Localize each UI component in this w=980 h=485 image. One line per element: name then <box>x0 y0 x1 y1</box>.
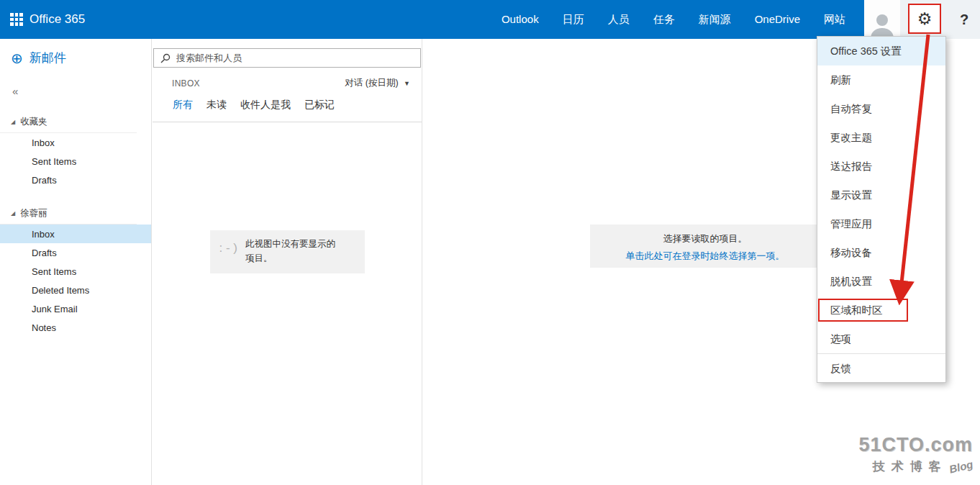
menu-item-automatic-replies[interactable]: 自动答复 <box>817 94 945 123</box>
mailbox-section-header[interactable]: ◢ 徐蓉丽 <box>0 204 137 225</box>
menu-item-offline-settings[interactable]: 脱机设置 <box>817 267 945 296</box>
menu-item-manage-apps[interactable]: 管理应用 <box>817 209 945 238</box>
search-box <box>153 48 421 68</box>
empty-list-text: 此视图中没有要显示的项目。 <box>245 237 342 266</box>
sort-label: 对话 (按日期) <box>345 78 398 88</box>
new-mail-button[interactable]: ⊕ 新邮件 <box>0 39 151 66</box>
message-list-pane: INBOX 对话 (按日期) ▼ 所有 未读 收件人是我 已标记 : - ) 此… <box>153 39 422 485</box>
app-launcher-button[interactable]: Office 365 <box>0 12 85 27</box>
folder-favorites-drafts[interactable]: Drafts <box>0 171 151 189</box>
folder-tree: ◢ 收藏夹 Inbox Sent Items Drafts ◢ 徐蓉丽 Inbo… <box>0 113 151 337</box>
brand-title: Office 365 <box>30 12 85 27</box>
watermark-blog-label: Blog <box>948 458 974 476</box>
folder-sent-items[interactable]: Sent Items <box>0 262 151 281</box>
folder-deleted-items[interactable]: Deleted Items <box>0 281 151 299</box>
tree-expand-icon: ◢ <box>11 210 15 217</box>
settings-gear-button[interactable]: ⚙ <box>908 4 941 34</box>
filter-to-me[interactable]: 收件人是我 <box>240 99 291 112</box>
tree-section-mailbox: ◢ 徐蓉丽 Inbox Drafts Sent Items Deleted It… <box>0 204 151 337</box>
menu-item-refresh[interactable]: 刷新 <box>817 65 945 94</box>
topbar-right-tiles: ⚙ ? <box>864 0 980 39</box>
search-input[interactable] <box>176 53 414 63</box>
folder-drafts[interactable]: Drafts <box>0 243 151 262</box>
nav-onedrive[interactable]: OneDrive <box>755 13 800 27</box>
always-select-first-link[interactable]: 单击此处可在登录时始终选择第一项。 <box>590 250 820 263</box>
collapse-sidebar-button[interactable]: « <box>0 66 29 97</box>
nav-calendar[interactable]: 日历 <box>563 13 584 27</box>
new-mail-icon: ⊕ <box>11 51 23 65</box>
menu-item-options[interactable]: 选项 <box>817 325 945 353</box>
new-mail-label: 新邮件 <box>30 50 66 66</box>
menu-item-change-theme[interactable]: 更改主题 <box>817 123 945 152</box>
menu-item-region-and-timezone[interactable]: 区域和时区 <box>817 296 945 325</box>
folder-favorites-inbox[interactable]: Inbox <box>0 133 151 152</box>
help-button[interactable]: ? <box>948 0 980 39</box>
filter-all[interactable]: 所有 <box>173 99 193 112</box>
watermark-title: 51CTO.com <box>858 434 973 456</box>
avatar[interactable] <box>864 0 900 39</box>
favorites-section-title: 收藏夹 <box>20 116 47 128</box>
chevron-down-icon: ▼ <box>404 80 410 87</box>
app-launcher-grid-icon <box>10 13 23 26</box>
gear-icon: ⚙ <box>917 9 933 29</box>
top-navigation: Outlook 日历 人员 任务 新闻源 OneDrive 网站 <box>502 13 845 27</box>
search-icon <box>160 53 171 63</box>
menu-item-mobile-devices[interactable]: 移动设备 <box>817 238 945 267</box>
menu-item-delivery-reports[interactable]: 送达报告 <box>817 152 945 181</box>
tree-section-favorites: ◢ 收藏夹 Inbox Sent Items Drafts <box>0 113 151 189</box>
watermark-logo: 51CTO.com 技术博客 Blog <box>858 434 973 475</box>
select-item-prompt: 选择要读取的项目。 <box>590 232 820 245</box>
folder-notes[interactable]: Notes <box>0 318 151 337</box>
list-header: INBOX 对话 (按日期) ▼ <box>153 68 422 89</box>
menu-item-feedback[interactable]: 反馈 <box>817 353 945 382</box>
nav-people[interactable]: 人员 <box>608 13 630 27</box>
mailbox-owner-name: 徐蓉丽 <box>20 207 47 219</box>
filter-tabs: 所有 未读 收件人是我 已标记 <box>153 89 422 122</box>
nav-tasks[interactable]: 任务 <box>653 13 675 27</box>
menu-item-display-settings[interactable]: 显示设置 <box>817 181 945 209</box>
reading-pane-placeholder: 选择要读取的项目。 单击此处可在登录时始终选择第一项。 <box>590 225 820 268</box>
menu-item-region-and-timezone-label: 区域和时区 <box>830 304 883 316</box>
nav-outlook[interactable]: Outlook <box>502 13 539 27</box>
folder-inbox[interactable]: Inbox <box>0 225 151 243</box>
person-icon <box>869 10 895 39</box>
sidebar: ⊕ 新邮件 « ◢ 收藏夹 Inbox Sent Items Drafts ◢ … <box>0 39 152 485</box>
nav-newsfeed[interactable]: 新闻源 <box>699 13 731 27</box>
watermark-subtitle: 技术博客 <box>873 458 948 475</box>
settings-dropdown-menu: Office 365 设置 刷新 自动答复 更改主题 送达报告 显示设置 管理应… <box>817 36 946 383</box>
tree-expand-icon: ◢ <box>11 119 15 125</box>
nav-sites[interactable]: 网站 <box>824 13 845 27</box>
smiley-emoticon: : - ) <box>219 237 238 266</box>
favorites-section-header[interactable]: ◢ 收藏夹 <box>0 113 137 133</box>
sort-dropdown-button[interactable]: 对话 (按日期) ▼ <box>345 77 410 89</box>
help-icon: ? <box>960 12 968 28</box>
menu-item-office365-settings[interactable]: Office 365 设置 <box>817 37 945 65</box>
filter-flagged[interactable]: 已标记 <box>304 99 335 112</box>
current-folder-label: INBOX <box>172 78 200 89</box>
filter-unread[interactable]: 未读 <box>207 99 227 112</box>
empty-list-message: : - ) 此视图中没有要显示的项目。 <box>210 230 365 273</box>
topbar: Office 365 Outlook 日历 人员 任务 新闻源 OneDrive… <box>0 0 980 39</box>
folder-junk-email[interactable]: Junk Email <box>0 299 151 318</box>
folder-favorites-sent-items[interactable]: Sent Items <box>0 152 151 171</box>
